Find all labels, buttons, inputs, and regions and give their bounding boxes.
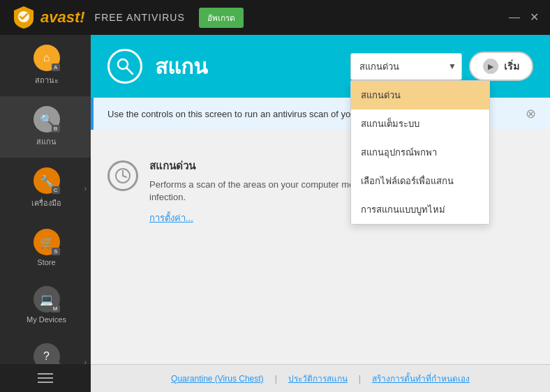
scan-header: สแกน สแกนด่วน ▼ สแกนด่วน สแกนเต็มระบบ สแ… (91, 35, 550, 98)
info-banner-text: Use the controls on this screen to run a… (107, 109, 367, 119)
store-icon-circle: 🛒 S (34, 229, 60, 255)
clock-svg (114, 167, 132, 185)
dropdown-option-boot[interactable]: การสแกนแบบบูทไหม่ (351, 195, 489, 224)
avast-shield-icon (11, 5, 36, 30)
hamburger-line-3 (38, 382, 53, 383)
sidebar-bottom-bar (0, 364, 91, 392)
logo-text: avast! (40, 8, 85, 27)
tools-badge: C (52, 186, 60, 194)
logo-area: avast! FREE ANTIVIRUS อัพเกรด (11, 5, 244, 30)
subtitle-text: FREE ANTIVIRUS (95, 12, 185, 23)
separator-2: | (359, 374, 361, 384)
chevron-right-icon: › (84, 185, 87, 193)
hamburger-line-2 (38, 377, 53, 379)
scan-dropdown-menu: สแกนด่วน สแกนเต็มระบบ สแกนอุปกรณ์พกพา เล… (350, 80, 490, 225)
start-label: เริ่ม (504, 59, 519, 74)
footer-bar: Quarantine (Virus Chest) | ประวัติการสแก… (91, 364, 550, 392)
store-badge: S (52, 248, 59, 255)
sidebar-item-label: My Devices (27, 315, 66, 324)
scan-type-dropdown-wrapper: สแกนด่วน ▼ สแกนด่วน สแกนเต็มระบบ สแกนอุป… (350, 53, 462, 80)
window-controls: — ✕ (509, 12, 539, 23)
scan-search-icon (107, 49, 142, 84)
info-banner-close-button[interactable]: ⊗ (526, 106, 536, 121)
history-text: ประวัติการสแกน (288, 374, 348, 384)
page-title: สแกน (155, 50, 338, 83)
separator-1: | (275, 374, 277, 384)
dropdown-option-quick[interactable]: สแกนด่วน (351, 81, 489, 110)
svg-line-5 (123, 176, 126, 177)
help-icon: ? (43, 350, 50, 363)
play-icon: ▶ (483, 59, 498, 74)
create-task-text: สร้างการตั้นทำที่กำหนดเอง (372, 374, 470, 384)
avast-logo: avast! (11, 5, 85, 30)
sidebar-item-label: เครื่องมือ (31, 197, 61, 209)
main-layout: ⌂ A สถานะ 🔍 B สแกน 🔧 C เครื่องมือ › 🛒 S (0, 35, 550, 392)
dropdown-option-full[interactable]: สแกนเต็มระบบ (351, 110, 489, 138)
scan-settings-link[interactable]: การตั้งค่า... (149, 211, 193, 225)
home-icon: ⌂ (43, 52, 50, 64)
sidebar-item-tools[interactable]: 🔧 C เครื่องมือ › (0, 158, 91, 219)
content-area: สแกน สแกนด่วน ▼ สแกนด่วน สแกนเต็มระบบ สแ… (91, 35, 550, 392)
sidebar-item-devices[interactable]: 💻 M My Devices (0, 276, 91, 333)
magnifier-icon (115, 56, 135, 76)
quarantine-text: Quarantine (Virus Chest) (171, 374, 264, 384)
devices-icon-circle: 💻 M (34, 286, 60, 312)
hamburger-menu[interactable] (38, 373, 53, 383)
store-icon: 🛒 (40, 236, 54, 249)
dropdown-option-custom[interactable]: สแกนอุปกรณ์พกพา (351, 138, 489, 167)
sidebar-item-label: สถานะ (35, 74, 59, 86)
home-badge: A (52, 63, 60, 71)
sidebar-item-home[interactable]: ⌂ A สถานะ (0, 35, 91, 96)
close-button[interactable]: ✕ (530, 12, 539, 23)
svg-line-2 (127, 68, 133, 75)
dropdown-option-folder[interactable]: เลือกไฟล์เดอร์เพื่อแสกน (351, 167, 489, 195)
sidebar: ⌂ A สถานะ 🔍 B สแกน 🔧 C เครื่องมือ › 🛒 S (0, 35, 91, 392)
minimize-button[interactable]: — (509, 12, 520, 23)
scan-sidebar-icon: 🔍 (40, 113, 54, 126)
scan-icon-circle: 🔍 B (34, 106, 60, 133)
start-scan-button[interactable]: ▶ เริ่ม (469, 52, 533, 81)
sidebar-item-label: สแกน (36, 135, 57, 148)
title-bar: avast! FREE ANTIVIRUS อัพเกรด — ✕ (0, 0, 550, 35)
scan-controls: สแกนด่วน ▼ สแกนด่วน สแกนเต็มระบบ สแกนอุป… (350, 52, 533, 81)
devices-icon: 💻 (40, 293, 54, 306)
create-task-link[interactable]: สร้างการตั้นทำที่กำหนดเอง (372, 372, 470, 385)
scan-badge: B (52, 125, 60, 133)
tools-icon-circle: 🔧 C (34, 167, 60, 194)
clock-icon (107, 160, 138, 191)
devices-badge: M (51, 305, 60, 312)
quarantine-link[interactable]: Quarantine (Virus Chest) (171, 374, 264, 384)
sidebar-item-scan[interactable]: 🔍 B สแกน (0, 96, 91, 158)
sidebar-item-store[interactable]: 🛒 S Store (0, 219, 91, 276)
scan-type-dropdown[interactable]: สแกนด่วน (350, 53, 462, 80)
sidebar-item-label: Store (37, 258, 55, 266)
tools-icon: 🔧 (40, 174, 54, 188)
home-icon-circle: ⌂ A (34, 45, 60, 71)
upgrade-button[interactable]: อัพเกรด (199, 8, 244, 28)
hamburger-line-1 (38, 373, 53, 375)
history-link[interactable]: ประวัติการสแกน (288, 372, 348, 385)
